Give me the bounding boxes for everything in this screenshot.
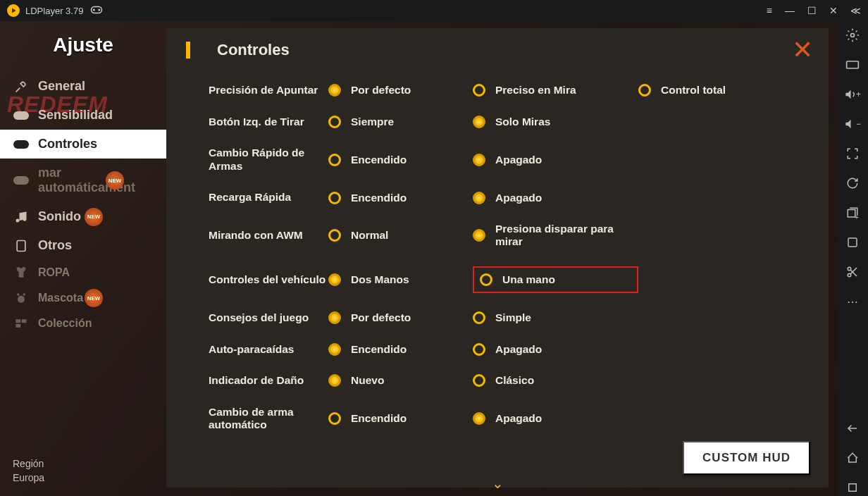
sidebar-item-sonido[interactable]: Sonido NEW bbox=[0, 202, 166, 231]
option-label: Dos Manos bbox=[351, 273, 409, 286]
radio-icon bbox=[328, 192, 341, 204]
radio-option[interactable]: Apagado bbox=[473, 412, 638, 425]
radio-option[interactable]: Preciso en Mira bbox=[473, 84, 638, 97]
option-label: Apagado bbox=[495, 154, 542, 166]
setting-row: Controles del vehículoDos ManosUna mano bbox=[209, 257, 809, 302]
home-icon[interactable] bbox=[844, 450, 861, 466]
wrench-icon bbox=[13, 80, 30, 94]
radio-option[interactable]: Normal bbox=[328, 223, 473, 248]
titlebar: LDPlayer 3.79 ≡ — ☐ ✕ ≪ bbox=[0, 0, 868, 21]
right-toolbar: + − + ⋯ bbox=[837, 21, 868, 496]
window-buttons: ≡ — ☐ ✕ ≪ bbox=[767, 0, 861, 21]
back-icon[interactable] bbox=[844, 420, 861, 437]
radio-option[interactable]: Simple bbox=[473, 311, 638, 324]
sidebar-item-mascota[interactable]: Mascota NEW bbox=[0, 285, 166, 311]
option-label: Preciso en Mira bbox=[495, 84, 576, 97]
svg-point-19 bbox=[848, 267, 851, 271]
volume-down-icon[interactable]: − bbox=[844, 116, 861, 132]
sidebar-item-sensibilidad[interactable]: Sensibilidad bbox=[0, 101, 166, 130]
radio-icon bbox=[328, 116, 341, 128]
option-label: Siempre bbox=[351, 116, 394, 128]
option-label: Encendido bbox=[351, 412, 407, 425]
radio-option[interactable]: Control total bbox=[638, 84, 765, 97]
radio-option[interactable]: Una mano bbox=[473, 266, 638, 293]
sidebar-item-coleccion[interactable]: Colección bbox=[0, 311, 166, 336]
radio-icon bbox=[328, 412, 341, 425]
option-label: Encendido bbox=[351, 343, 407, 356]
svg-point-8 bbox=[17, 293, 19, 295]
radio-option[interactable]: Encendido bbox=[328, 412, 473, 425]
radio-option[interactable]: Siempre bbox=[328, 116, 473, 128]
custom-hud-button[interactable]: CUSTOM HUD bbox=[683, 441, 810, 475]
gear-icon[interactable] bbox=[844, 27, 861, 44]
sidebar-label: Colección bbox=[38, 317, 92, 330]
sidebar-label: General bbox=[38, 79, 85, 94]
radio-option[interactable]: Por defecto bbox=[328, 84, 473, 97]
close-icon[interactable]: ✕ bbox=[792, 35, 813, 65]
radio-option[interactable]: Clásico bbox=[473, 374, 638, 387]
accent-bar bbox=[186, 42, 190, 58]
keyboard-icon[interactable] bbox=[844, 56, 861, 73]
clipboard-icon bbox=[13, 239, 30, 253]
settings-title: Controles bbox=[217, 41, 290, 59]
radio-option[interactable]: Por defecto bbox=[328, 311, 473, 324]
app-title: LDPlayer 3.79 bbox=[25, 6, 83, 16]
option-label: Apagado bbox=[495, 412, 542, 425]
scissors-icon[interactable] bbox=[844, 264, 861, 280]
option-label: Por defecto bbox=[351, 84, 411, 97]
music-icon bbox=[13, 210, 30, 224]
close-button[interactable]: ✕ bbox=[829, 5, 838, 16]
settings-panel: Controles ✕ Precisión de ApuntarPor defe… bbox=[166, 28, 829, 488]
svg-point-9 bbox=[23, 293, 25, 295]
radio-option[interactable]: Encendido bbox=[328, 343, 473, 356]
radio-icon bbox=[328, 229, 341, 242]
radio-icon bbox=[473, 192, 485, 204]
sidebar-item-automatic[interactable]: mar automáticament NEW bbox=[0, 159, 166, 202]
sidebar-item-controles[interactable]: Controles bbox=[0, 130, 166, 159]
svg-rect-23 bbox=[849, 484, 857, 492]
radio-option[interactable]: Apagado bbox=[473, 343, 638, 356]
maximize-button[interactable]: ☐ bbox=[807, 5, 817, 16]
radio-icon bbox=[473, 374, 485, 387]
radio-icon bbox=[473, 116, 485, 128]
apk-icon[interactable] bbox=[844, 234, 861, 251]
new-badge: NEW bbox=[106, 171, 124, 190]
svg-point-2 bbox=[99, 9, 100, 11]
sidebar-item-otros[interactable]: Otros bbox=[0, 231, 166, 260]
sidebar-label: Mascota bbox=[38, 292, 83, 304]
setting-row: Auto-paracaídasEncendidoApagado bbox=[209, 334, 809, 366]
sidebar-item-general[interactable]: General bbox=[0, 72, 166, 101]
radio-option[interactable]: Presiona disparar para mirar bbox=[473, 223, 638, 248]
radio-option[interactable]: Dos Manos bbox=[328, 266, 473, 293]
svg-rect-18 bbox=[848, 238, 857, 247]
svg-point-13 bbox=[851, 34, 855, 37]
recent-icon[interactable] bbox=[844, 479, 861, 496]
region-info: Región Europa bbox=[13, 455, 44, 483]
sidebar-item-ropa[interactable]: ROPA bbox=[0, 260, 166, 285]
radio-icon bbox=[328, 154, 341, 166]
more-icon[interactable]: ⋯ bbox=[844, 293, 861, 310]
sync-icon[interactable] bbox=[844, 175, 861, 192]
settings-body: Precisión de ApuntarPor defectoPreciso e… bbox=[166, 68, 829, 469]
option-label: Simple bbox=[495, 311, 531, 324]
sidebar-label: Otros bbox=[38, 238, 72, 253]
left-panel: Ajuste General Sensibilidad Controles bbox=[0, 21, 166, 496]
multi-instance-icon[interactable]: + bbox=[844, 204, 861, 221]
menu-button[interactable]: ≡ bbox=[767, 5, 772, 16]
volume-up-icon[interactable]: + bbox=[844, 86, 861, 103]
radio-option[interactable]: Encendido bbox=[328, 154, 473, 166]
setting-row: Cambio de arma automáticoEncendidoApagad… bbox=[209, 397, 809, 441]
svg-rect-4 bbox=[13, 140, 29, 149]
radio-option[interactable]: Apagado bbox=[473, 154, 638, 166]
options-group: Por defectoPreciso en MiraControl total bbox=[328, 84, 809, 97]
collapse-button[interactable]: ≪ bbox=[850, 5, 861, 16]
radio-option[interactable]: Solo Miras bbox=[473, 116, 638, 128]
fullscreen-icon[interactable] bbox=[844, 145, 861, 162]
svg-rect-14 bbox=[847, 61, 859, 68]
radio-option[interactable]: Encendido bbox=[328, 192, 473, 204]
radio-option[interactable]: Apagado bbox=[473, 192, 638, 204]
radio-option[interactable]: Nuevo bbox=[328, 374, 473, 387]
chevron-down-icon[interactable]: ⌄ bbox=[166, 475, 829, 492]
minimize-button[interactable]: — bbox=[785, 5, 795, 16]
svg-rect-6 bbox=[17, 240, 25, 251]
